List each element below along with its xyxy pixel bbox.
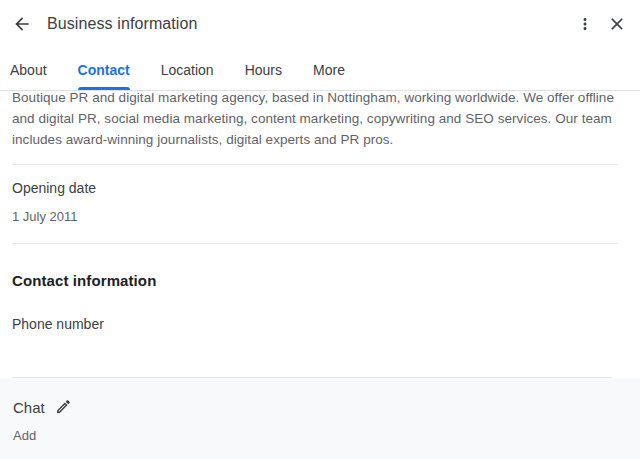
- tab-contact[interactable]: Contact: [78, 48, 130, 90]
- edit-chat-button[interactable]: [53, 396, 74, 420]
- chat-section: Chat Add: [0, 378, 640, 459]
- tab-hours[interactable]: Hours: [245, 48, 282, 90]
- tab-bar: About Contact Location Hours More: [0, 48, 640, 91]
- pencil-edit-icon: [55, 398, 72, 418]
- content-area: Boutique PR and digital marketing agency…: [0, 91, 640, 378]
- opening-date-label: Opening date: [12, 178, 624, 198]
- business-description[interactable]: Boutique PR and digital marketing agency…: [12, 91, 624, 150]
- header: Business information: [0, 0, 640, 48]
- page-title: Business information: [47, 15, 198, 33]
- divider: [12, 243, 618, 244]
- phone-number-label: Phone number: [12, 314, 624, 334]
- divider: [12, 164, 618, 165]
- tab-location[interactable]: Location: [161, 48, 214, 90]
- chat-add-value[interactable]: Add: [13, 428, 36, 444]
- business-information-panel: Business information About Contact Locat…: [0, 0, 640, 459]
- more-vert-kebab-icon: [576, 15, 594, 33]
- close-button[interactable]: [601, 8, 633, 40]
- arrow-left-icon: [12, 14, 32, 34]
- back-button[interactable]: [6, 8, 38, 40]
- tab-more[interactable]: More: [313, 48, 345, 90]
- close-x-icon: [607, 14, 627, 34]
- more-options-button[interactable]: [569, 8, 601, 40]
- chat-label: Chat: [13, 398, 45, 418]
- tab-about[interactable]: About: [10, 48, 47, 90]
- opening-date-value[interactable]: 1 July 2011: [12, 208, 624, 226]
- chat-row: Chat: [13, 396, 624, 420]
- phone-number-row[interactable]: Phone number: [12, 314, 624, 334]
- contact-information-heading: Contact information: [12, 270, 624, 292]
